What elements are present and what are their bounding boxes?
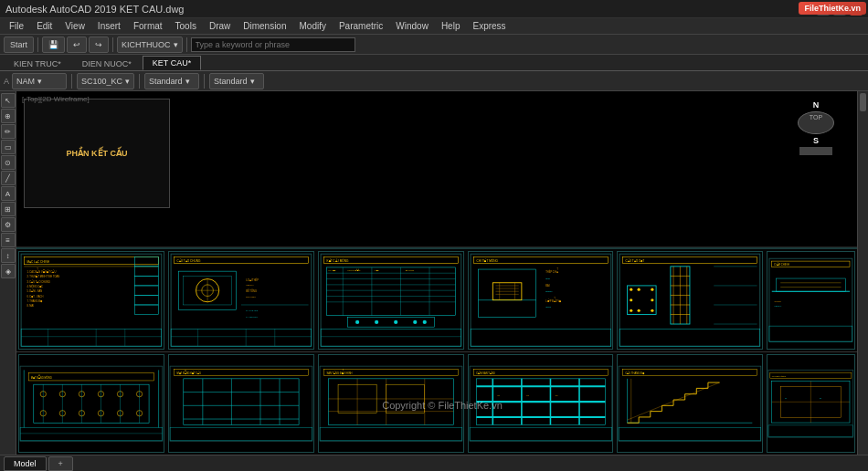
- sheet-11[interactable]: CẦU THANG BỘ: [617, 354, 763, 453]
- sheet-6[interactable]: DẦM CHÍNH 250x500 CB400-V: [767, 251, 855, 349]
- sheet-1[interactable]: MỤC LỤC CHÍNH 1. CÁC BẢN VẼ KẾT CẤU 2. T…: [18, 251, 164, 349]
- sheet-8[interactable]: MẶT BẰNG KẾT CẤU: [168, 354, 314, 453]
- menu-express[interactable]: Express: [467, 20, 511, 32]
- watermark-badge: FileThietKe.vn: [799, 2, 866, 15]
- svg-text:250x500: 250x500: [775, 300, 781, 302]
- tab-ket-cau[interactable]: KET CAU*: [143, 56, 201, 70]
- left-tool-1[interactable]: ↖: [1, 93, 16, 108]
- svg-text:THÉP CHỦ: THÉP CHỦ: [545, 267, 557, 274]
- start-button[interactable]: Start: [4, 37, 34, 53]
- left-tool-8[interactable]: ⊞: [1, 202, 16, 216]
- left-tool-3[interactable]: ✏: [1, 124, 16, 139]
- svg-point-103: [638, 288, 640, 291]
- sheets-row1: MỤC LỤC CHÍNH 1. CÁC BẢN VẼ KẾT CẤU 2. T…: [16, 247, 857, 351]
- svg-rect-189: [470, 427, 612, 440]
- tab-dien-nuoc[interactable]: DIEN NUOC*: [72, 57, 142, 70]
- sheet-9[interactable]: SÀN TẦNG ĐIỂN HÌNH: [318, 354, 464, 453]
- tab-layout1[interactable]: +: [48, 456, 73, 471]
- svg-rect-12: [134, 256, 158, 267]
- menu-draw[interactable]: Draw: [204, 20, 236, 32]
- svg-text:CHI TIẾT MÓNG: CHI TIẾT MÓNG: [476, 258, 498, 263]
- svg-rect-47: [326, 267, 455, 316]
- svg-rect-154: [184, 378, 299, 424]
- compass-button[interactable]: [799, 147, 832, 155]
- compass-top-label: TOP: [810, 114, 822, 120]
- quick-access-undo[interactable]: ↩: [67, 37, 87, 53]
- sheet-2[interactable]: CẤU TẠO CHUNG LOẠI THÉP CB400-V BÊ TÔNG …: [168, 251, 314, 349]
- sheet-5[interactable]: CẤU TẠO CỘT: [617, 251, 763, 349]
- scrollbar-thumb[interactable]: [860, 93, 866, 111]
- sep5: [139, 74, 140, 89]
- svg-text:5. DẦM - SÀN: 5. DẦM - SÀN: [26, 288, 42, 293]
- menu-modify[interactable]: Modify: [294, 20, 332, 32]
- sheet-7[interactable]: MẶT BẰNG MÓNG: [18, 354, 164, 453]
- svg-rect-175: [470, 366, 612, 441]
- menu-view[interactable]: View: [59, 20, 90, 32]
- main-viewport-area[interactable]: [-Top][2D Wireframe] PHẦN KẾT CẤU N TOP …: [16, 91, 857, 247]
- sc100-dropdown[interactable]: SC100_KC ▾: [77, 73, 134, 89]
- svg-text:KẾT CẤU MÓNG: KẾT CẤU MÓNG: [326, 258, 349, 263]
- svg-text:8. MÁI: 8. MÁI: [26, 304, 34, 308]
- menu-dimension[interactable]: Dimension: [238, 20, 291, 32]
- nam-dropdown[interactable]: NAM ▾: [12, 73, 67, 89]
- left-tool-2[interactable]: ⊕: [1, 109, 16, 123]
- left-tool-10[interactable]: ≡: [1, 233, 16, 247]
- tab-kien-truc[interactable]: KIEN TRUC*: [4, 57, 71, 70]
- left-tool-12[interactable]: ◈: [1, 264, 16, 278]
- svg-rect-124: [769, 326, 852, 341]
- sheet-10[interactable]: DẦM SÀN TẦNG D1 D2 D3: [468, 354, 614, 453]
- toolbar-separator: [37, 37, 38, 52]
- svg-rect-115: [769, 258, 852, 341]
- sheet-4[interactable]: CHI TIẾT MÓNG THÉP CHỦ 8φ20 ĐAI φ8a200: [468, 251, 614, 349]
- svg-text:SÀN TẦNG ĐIỂN HÌNH: SÀN TẦNG ĐIỂN HÌNH: [326, 368, 352, 374]
- svg-point-107: [651, 309, 654, 312]
- left-tool-9[interactable]: ⚙: [1, 217, 16, 232]
- svg-rect-62: [347, 318, 434, 328]
- search-input[interactable]: [191, 37, 355, 52]
- svg-text:3. CẤU TẠO CHUNG: 3. CẤU TẠO CHUNG: [26, 279, 49, 284]
- svg-line-196: [628, 382, 720, 420]
- kichtuoc-dropdown[interactable]: KICHTHUOC ▾: [117, 37, 183, 53]
- menu-window[interactable]: Window: [390, 20, 434, 32]
- svg-text:2. THUYẾT MINH TÍNH TOÁN: 2. THUYẾT MINH TÍNH TOÁN: [26, 275, 59, 279]
- main-area: ↖ ⊕ ✏ ▭ ⊙ ╱ A ⊞ ⚙ ≡ ↕ ◈ [-Top][2D Wirefr…: [0, 91, 868, 455]
- left-tool-5[interactable]: ⊙: [1, 155, 16, 170]
- title-bar: Autodesk AutoCAD 2019 KET CAU.dwg ─ □ ✕: [0, 0, 868, 18]
- standard-dropdown2[interactable]: Standard ▾: [209, 73, 264, 89]
- sheet-11-drawing: CẦU THANG BỘ: [618, 355, 762, 452]
- left-tool-6[interactable]: ╱: [1, 171, 16, 185]
- svg-text:BÊ TÔNG: BÊ TÔNG: [405, 269, 414, 271]
- compass: N TOP S: [793, 100, 839, 155]
- svg-text:ĐAI: ĐAI: [545, 284, 550, 288]
- menu-help[interactable]: Help: [436, 20, 466, 32]
- menu-tools[interactable]: Tools: [170, 20, 202, 32]
- sheet-2-drawing: CẤU TẠO CHUNG LOẠI THÉP CB400-V BÊ TÔNG …: [169, 252, 313, 348]
- ribbon-tabs: KIEN TRUC* DIEN NUOC* KET CAU*: [0, 55, 868, 71]
- vertical-scrollbar[interactable]: [857, 91, 868, 455]
- left-tool-4[interactable]: ▭: [1, 140, 16, 154]
- quick-access-save[interactable]: 💾: [42, 37, 65, 53]
- svg-text:CẤU TẠO CỘT: CẤU TẠO CỘT: [626, 258, 645, 263]
- svg-rect-68: [321, 329, 461, 346]
- svg-rect-39: [171, 329, 312, 346]
- left-tool-7[interactable]: A: [1, 186, 16, 201]
- svg-rect-197: [619, 427, 761, 440]
- svg-point-109: [651, 298, 654, 301]
- svg-text:MỤC LỤC CHÍNH: MỤC LỤC CHÍNH: [26, 260, 49, 264]
- menu-parametric[interactable]: Parametric: [333, 20, 388, 32]
- svg-text:8φ20: 8φ20: [545, 277, 551, 279]
- compass-n: N: [813, 100, 820, 110]
- svg-text:DẦM SÀN TẦNG: DẦM SÀN TẦNG: [476, 370, 494, 374]
- tab-model[interactable]: Model: [4, 456, 47, 471]
- canvas-area[interactable]: [-Top][2D Wireframe] PHẦN KẾT CẤU N TOP …: [16, 91, 868, 455]
- sheet-3[interactable]: KẾT CẤU MÓNG KÝ HIỆU KÍCH THƯỚC CỌC: [318, 251, 464, 349]
- menu-format[interactable]: Format: [128, 20, 168, 32]
- svg-text:LOẠI THÉP: LOẠI THÉP: [246, 277, 259, 282]
- standard-dropdown1[interactable]: Standard ▾: [144, 73, 199, 89]
- sheet-12[interactable]: MÁI BÊ TÔNG S1 S2: [767, 354, 855, 453]
- menu-file[interactable]: File: [4, 20, 29, 32]
- quick-access-redo[interactable]: ↪: [89, 37, 109, 53]
- menu-insert[interactable]: Insert: [92, 20, 126, 32]
- menu-edit[interactable]: Edit: [31, 20, 58, 32]
- left-tool-11[interactable]: ↕: [1, 248, 16, 263]
